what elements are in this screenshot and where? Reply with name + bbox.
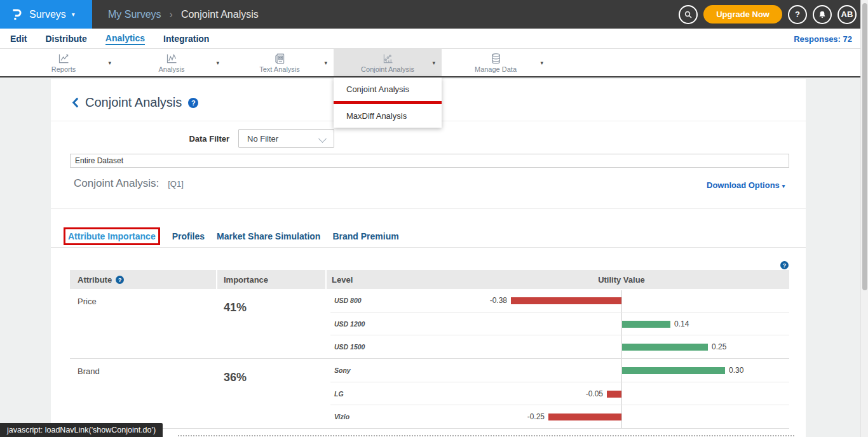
chevron-down-icon[interactable]: ▾ [324,60,327,66]
chevron-down-icon [318,135,327,143]
level-label: LG [334,390,344,398]
analytics-toolbar: Reports▾Analysis▾Text Analysis▾Conjoint … [0,49,868,77]
toolbar-item-reports[interactable]: Reports▾ [10,49,118,76]
search-icon [683,10,693,20]
nav-item-distribute[interactable]: Distribute [45,34,86,44]
result-tabs: Attribute ImportanceProfilesMarket Share… [64,227,399,245]
manage-data-icon [489,52,503,65]
tab-brand-premium[interactable]: Brand Premium [332,231,398,241]
scrollbar-thumb[interactable] [862,3,867,290]
level-row-vizio: Vizio-0.25 [330,405,789,428]
table-body: Price41%USD 800-0.38USD 12000.14USD 1500… [70,289,789,429]
levels-chart: USD 800-0.38USD 12000.14USD 15000.25 [330,289,789,358]
top-bar-actions: Upgrade Now ? AB [679,0,857,29]
title-help-icon[interactable]: ? [188,98,198,108]
attribute-importance-table: Attribute ? Importance Level Utility Val… [70,270,789,429]
column-header-level: Level Utility Value [327,270,789,289]
bell-icon [817,10,827,20]
breadcrumb-current: Conjoint Analysis [181,9,259,20]
help-button[interactable]: ? [788,5,807,24]
top-bar: Surveys ▾ My Surveys › Conjoint Analysis… [0,0,868,29]
product-switcher[interactable]: Surveys ▾ [0,0,92,29]
nav-item-analytics[interactable]: Analytics [105,33,145,45]
toolbar-item-label: Manage Data [475,65,517,73]
attribute-importance-value: 41% [224,301,247,314]
levels-chart: Sony0.30LG-0.05Vizio-0.25 [330,359,789,428]
menu-item-conjoint-analysis[interactable]: Conjoint Analysis [334,77,442,101]
toolbar-item-analysis[interactable]: Analysis▾ [118,49,226,76]
level-row-lg: LG-0.05 [330,382,789,405]
toolbar-item-text-analysis[interactable]: Text Analysis▾ [226,49,334,76]
attribute-name: Price [78,297,97,306]
nav-item-edit[interactable]: Edit [10,34,27,44]
section-title: Conjoint Analysis: [74,177,159,190]
conjoint-analysis-icon [381,52,395,65]
product-name: Surveys [29,9,66,20]
level-row-usd-1200: USD 12000.14 [330,312,789,335]
utility-bar [607,391,621,398]
utility-bar [511,297,621,304]
content-card: Conjoint Analysis ? Data Filter No Filte… [51,79,806,437]
chevron-down-icon: ▾ [782,183,785,189]
vertical-scrollbar[interactable] [860,0,868,437]
toolbar-item-manage-data[interactable]: Manage Data▾ [442,49,550,76]
dataset-field[interactable]: Entire Dataset [70,154,789,168]
utility-value: -0.05 [586,389,603,398]
utility-value: 0.14 [674,319,689,328]
chevron-down-icon[interactable]: ▾ [108,60,111,66]
cutoff-divider [178,435,794,436]
chevron-down-icon[interactable]: ▾ [216,60,219,66]
level-header-label: Level [332,275,353,285]
divider [51,247,806,248]
table-help-icon-wrap: ? [780,259,789,270]
toolbar-item-conjoint-analysis[interactable]: Conjoint Analysis▾ [334,49,442,76]
download-options-label: Download Options [707,180,780,190]
level-row-usd-1500: USD 15000.25 [330,335,789,358]
nav-item-integration[interactable]: Integration [163,34,209,44]
attribute-help-icon[interactable]: ? [116,276,124,284]
notifications-button[interactable] [813,5,832,24]
question-code: [Q1] [168,179,184,189]
breadcrumb-parent[interactable]: My Surveys [108,9,161,20]
data-filter-value: No Filter [247,134,278,144]
tab-profiles[interactable]: Profiles [172,231,205,241]
survey-nav-items: EditDistributeAnalyticsIntegration [10,29,209,49]
annotation-red-box: Attribute Importance [64,227,160,245]
column-header-importance: Importance [217,270,325,289]
level-row-sony: Sony0.30 [330,359,789,382]
responses-count[interactable]: Responses: 72 [794,29,852,49]
upgrade-now-button[interactable]: Upgrade Now [703,5,782,24]
text-analysis-icon [273,52,287,65]
table-header: Attribute ? Importance Level Utility Val… [70,270,789,289]
attribute-importance-value: 36% [224,371,247,384]
tab-market-share-simulation[interactable]: Market Share Simulation [217,231,320,241]
analytics-toolbar-items: Reports▾Analysis▾Text Analysis▾Conjoint … [10,49,550,76]
menu-item-maxdiff-analysis[interactable]: MaxDiff Analysis [334,104,442,128]
utility-value: -0.25 [527,412,545,421]
attribute-row-brand: Brand36%Sony0.30LG-0.05Vizio-0.25 [70,359,789,429]
level-label: USD 1500 [334,343,365,351]
chevron-down-icon[interactable]: ▾ [432,60,435,66]
utility-value: 0.30 [729,366,743,375]
question-mark-icon: ? [795,10,800,19]
avatar[interactable]: AB [837,5,857,24]
data-filter-select[interactable]: No Filter [238,129,334,148]
survey-nav: EditDistributeAnalyticsIntegration Respo… [0,29,868,49]
breadcrumb: My Surveys › Conjoint Analysis [108,0,259,29]
attribute-row-price: Price41%USD 800-0.38USD 12000.14USD 1500… [70,289,789,359]
back-chevron-icon[interactable] [72,97,79,108]
tab-attribute-importance[interactable]: Attribute Importance [68,231,156,241]
analysis-icon [165,52,179,65]
attribute-name: Brand [78,366,100,376]
level-label: USD 800 [334,297,362,304]
utility-bar [622,344,708,351]
attribute-header-label: Attribute [78,275,112,285]
link-status-bar: javascript: loadNavLink('showConjoint.do… [0,423,163,437]
table-help-icon[interactable]: ? [780,261,789,269]
chevron-down-icon[interactable]: ▾ [540,60,543,66]
page-title: Conjoint Analysis [85,95,182,110]
download-options-link[interactable]: Download Options▾ [707,180,785,190]
search-button[interactable] [679,5,698,24]
data-filter-label: Data Filter [172,134,229,144]
utility-bar [622,321,670,328]
